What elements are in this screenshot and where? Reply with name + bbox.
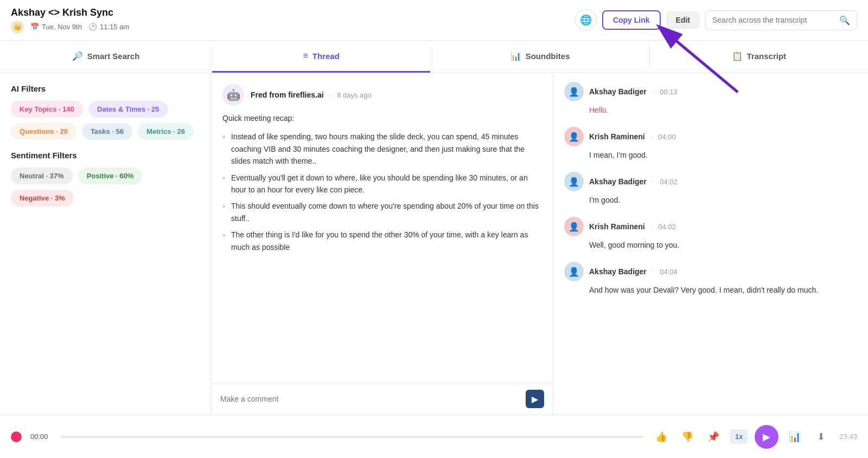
sentiment-chip-positive[interactable]: Positive · 60% — [78, 167, 143, 184]
transcript-name-0: Akshay Badiger — [589, 87, 647, 96]
player-controls: 👍 👎 📌 1x ▶ 📊 ⬇ — [652, 425, 831, 449]
recording-indicator — [11, 431, 22, 442]
sentiment-chips: Neutral · 37% Positive · 60% Negative · … — [11, 167, 200, 207]
send-button[interactable]: ▶ — [526, 390, 544, 408]
header-meta: 👑 📅 Tue, Nov 9th 🕐 11:15 am — [11, 21, 129, 34]
ai-filter-chips: Key Topics · 140 Dates & Times · 25 Ques… — [11, 101, 200, 140]
transcript-text-2: I'm good. — [564, 195, 857, 206]
thumbs-up-button[interactable]: 👍 — [652, 427, 671, 447]
globe-button[interactable]: 🌐 — [575, 9, 597, 31]
transcript-header-2: 👤 Akshay Badiger · 04:02 — [564, 172, 857, 191]
tab-smart-search-label: Smart Search — [87, 51, 140, 61]
meeting-title: Akshay <> Krish Sync — [11, 7, 129, 18]
header-right: 🌐 Copy Link Edit 🔍 — [575, 9, 857, 31]
tab-smart-search[interactable]: 🔎 Smart Search — [0, 41, 212, 73]
bot-avatar: 🤖 — [222, 84, 244, 106]
message-time: · — [329, 91, 331, 99]
sentiment-chip-neutral[interactable]: Neutral · 37% — [11, 167, 73, 184]
search-icon: 🔍 — [839, 15, 850, 25]
transcript-panel: 👤 Akshay Badiger · 00:13 Hello. 👤 Krish … — [553, 73, 868, 415]
time-item: 🕐 11:15 am — [88, 23, 129, 31]
waveform-button[interactable]: 📊 — [785, 427, 805, 447]
filter-chip-questions[interactable]: Questions · 20 — [11, 123, 76, 140]
pin-button[interactable]: 📌 — [704, 427, 723, 447]
transcript-time-3: 04:02 — [658, 223, 676, 231]
thread-icon: ≡ — [303, 51, 308, 61]
transcript-name-2: Akshay Badiger — [589, 177, 647, 186]
transcript-entry-0: 👤 Akshay Badiger · 00:13 Hello. — [564, 82, 857, 116]
transcript-icon: 📋 — [732, 51, 743, 61]
message-author: Fred from fireflies.ai — [251, 91, 324, 99]
tab-transcript[interactable]: 📋 Transcript — [650, 41, 868, 73]
sentiment-title: Sentiment Filters — [11, 151, 200, 160]
transcript-text-3: Well, good morning to you. — [564, 240, 857, 251]
transcript-name-4: Akshay Badiger — [589, 267, 647, 276]
bullet-3: This should eventually come down to wher… — [222, 198, 542, 227]
smart-search-icon: 🔎 — [72, 51, 83, 61]
filter-chip-metrics[interactable]: Metrics · 26 — [138, 123, 194, 140]
time-end: 23:43 — [839, 433, 857, 441]
tab-transcript-label: Transcript — [747, 51, 787, 61]
speed-button[interactable]: 1x — [730, 429, 748, 444]
tab-thread-label: Thread — [312, 51, 340, 61]
message-bullets: Instead of like spending, two hours maki… — [222, 128, 542, 255]
transcript-avatar-1: 👤 — [564, 127, 584, 146]
transcript-text-1: I mean, I'm good. — [564, 150, 857, 161]
filter-chip-dates-times[interactable]: Dates & Times · 25 — [88, 101, 168, 118]
transcript-time-1: 04:00 — [658, 133, 676, 141]
download-button[interactable]: ⬇ — [811, 427, 831, 447]
comment-input[interactable] — [220, 395, 526, 403]
transcript-header-3: 👤 Krish Ramineni · 04:02 — [564, 217, 857, 236]
thumbs-down-button[interactable]: 👎 — [678, 427, 697, 447]
bullet-1: Instead of like spending, two hours maki… — [222, 128, 542, 169]
transcript-time-4: 04:04 — [660, 268, 678, 276]
transcript-avatar-3: 👤 — [564, 217, 584, 236]
filter-chip-tasks[interactable]: Tasks · 56 — [82, 123, 132, 140]
time-label: 11:15 am — [100, 23, 129, 31]
thread-panel: 🤖 Fred from fireflies.ai · 8 days ago Qu… — [212, 73, 553, 415]
soundbites-icon: 📊 — [510, 51, 521, 61]
date-item: 📅 Tue, Nov 9th — [30, 23, 82, 31]
message-author-block: Fred from fireflies.ai · 8 days ago — [251, 90, 372, 100]
tab-soundbites-label: Soundbites — [526, 51, 570, 61]
transcript-text-0: Hello. — [564, 105, 857, 116]
transcript-header-1: 👤 Krish Ramineni · 04:00 — [564, 127, 857, 146]
bullet-4: The other thing is I'd like for you to s… — [222, 227, 542, 255]
bullet-2: Eventually you'll get it down to where, … — [222, 170, 542, 198]
transcript-entry-3: 👤 Krish Ramineni · 04:02 Well, good morn… — [564, 217, 857, 251]
transcript-header-4: 👤 Akshay Badiger · 04:04 — [564, 262, 857, 281]
message-header: 🤖 Fred from fireflies.ai · 8 days ago — [222, 84, 542, 106]
sentiment-section: Sentiment Filters Neutral · 37% Positive… — [11, 151, 200, 207]
search-box[interactable]: 🔍 — [705, 10, 857, 30]
transcript-header-0: 👤 Akshay Badiger · 00:13 — [564, 82, 857, 101]
transcript-name-3: Krish Ramineni — [589, 222, 645, 231]
transcript-avatar-0: 👤 — [564, 82, 584, 101]
edit-button[interactable]: Edit — [666, 11, 700, 29]
header: Akshay <> Krish Sync 👑 📅 Tue, Nov 9th 🕐 … — [0, 0, 868, 41]
transcript-entry-2: 👤 Akshay Badiger · 04:02 I'm good. — [564, 172, 857, 206]
transcript-avatar-4: 👤 — [564, 262, 584, 281]
left-panel: AI Filters Key Topics · 140 Dates & Time… — [0, 73, 212, 415]
message-body: Quick meeting recap: Instead of like spe… — [222, 112, 542, 255]
progress-bar[interactable] — [61, 436, 643, 438]
transcript-entry-1: 👤 Krish Ramineni · 04:00 I mean, I'm goo… — [564, 127, 857, 161]
main-content: AI Filters Key Topics · 140 Dates & Time… — [0, 73, 868, 415]
player-bar: 00:00 👍 👎 📌 1x ▶ 📊 ⬇ 23:43 — [0, 415, 868, 458]
sentiment-chip-negative[interactable]: Negative · 3% — [11, 190, 74, 207]
comment-bar: ▶ — [212, 383, 553, 415]
header-left: Akshay <> Krish Sync 👑 📅 Tue, Nov 9th 🕐 … — [11, 7, 129, 34]
message-intro: Quick meeting recap: — [222, 112, 542, 124]
transcript-entry-4: 👤 Akshay Badiger · 04:04 And how was you… — [564, 262, 857, 296]
transcript-text-4: And how was your Devali? Very good. I me… — [564, 285, 857, 296]
transcript-time-0: 00:13 — [660, 88, 678, 96]
tab-soundbites[interactable]: 📊 Soundbites — [431, 41, 649, 73]
calendar-icon: 📅 — [30, 23, 39, 31]
tab-thread[interactable]: ≡ Thread — [212, 41, 430, 73]
message-time-ago: 8 days ago — [337, 91, 372, 99]
clock-icon: 🕐 — [88, 23, 97, 31]
progress-area[interactable] — [61, 436, 643, 438]
copy-link-button[interactable]: Copy Link — [602, 10, 661, 30]
search-input[interactable] — [712, 16, 835, 24]
filter-chip-key-topics[interactable]: Key Topics · 140 — [11, 101, 83, 118]
play-button[interactable]: ▶ — [755, 425, 778, 449]
